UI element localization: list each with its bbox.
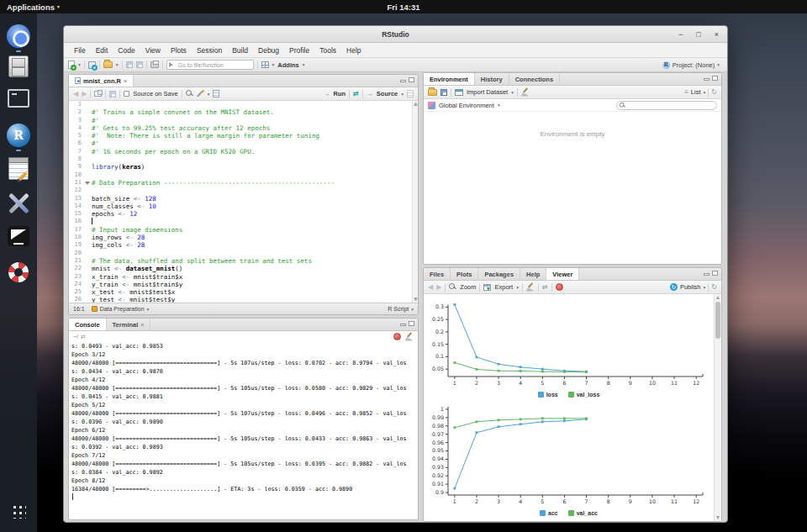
- scrollbar-thumb[interactable]: [715, 302, 720, 339]
- to-source-icon[interactable]: ⇄: [81, 334, 86, 340]
- maximize-pane-icon[interactable]: [409, 321, 414, 326]
- goto-file-search[interactable]: [166, 60, 254, 70]
- menu-build[interactable]: Build: [227, 43, 253, 58]
- chevron-down-icon[interactable]: ▾: [511, 90, 514, 95]
- tab-mnist-cnn[interactable]: mnist_cnn.R ×: [69, 75, 134, 87]
- tab-files[interactable]: Files: [424, 268, 451, 280]
- clear-environment-icon[interactable]: [521, 88, 530, 97]
- source-button[interactable]: Source: [377, 90, 398, 97]
- interrupt-r-icon[interactable]: [393, 333, 401, 340]
- chevron-down-icon[interactable]: ▾: [116, 62, 119, 67]
- menu-view[interactable]: View: [140, 43, 166, 58]
- tab-connections[interactable]: Connections: [509, 73, 560, 85]
- menu-plots[interactable]: Plots: [166, 43, 192, 58]
- chevron-down-icon[interactable]: ▾: [272, 62, 275, 67]
- close-tab-icon[interactable]: ×: [140, 322, 144, 328]
- import-dataset-button[interactable]: Import Dataset: [467, 88, 508, 96]
- minimize-pane-icon[interactable]: [704, 273, 709, 276]
- rstudio-icon[interactable]: R: [7, 124, 30, 147]
- open-new-window-icon[interactable]: [94, 91, 102, 97]
- section-selector[interactable]: Data Preparation ▾: [92, 306, 150, 312]
- new-file-icon[interactable]: [68, 61, 75, 69]
- tab-environment[interactable]: Environment: [424, 73, 475, 85]
- source-scrollbar[interactable]: [412, 101, 418, 303]
- refresh-icon[interactable]: ↻: [711, 89, 717, 96]
- text-editor-icon[interactable]: [8, 160, 29, 180]
- show-applications-icon[interactable]: [11, 503, 26, 519]
- rerun-icon[interactable]: ⇄: [353, 90, 359, 97]
- export-button[interactable]: Export: [494, 283, 513, 291]
- close-tab-icon[interactable]: ×: [124, 78, 127, 84]
- chevron-down-icon[interactable]: ▾: [704, 90, 706, 95]
- chevron-down-icon[interactable]: ▾: [401, 92, 404, 97]
- addins-button[interactable]: Addins: [277, 61, 298, 69]
- scroll-up-icon[interactable]: [716, 296, 720, 299]
- menu-debug[interactable]: Debug: [253, 43, 284, 58]
- project-selector[interactable]: R Project: (None) ▾: [662, 61, 723, 69]
- scroll-up-icon[interactable]: [414, 102, 418, 106]
- forward-icon[interactable]: ▶: [436, 284, 441, 291]
- find-replace-icon[interactable]: [186, 90, 193, 97]
- chevron-down-icon[interactable]: ▾: [303, 62, 305, 67]
- maximize-pane-icon[interactable]: [712, 76, 718, 81]
- menu-code[interactable]: Code: [113, 43, 140, 58]
- refresh-icon[interactable]: ↻: [711, 284, 717, 291]
- environment-search-input[interactable]: [616, 101, 717, 110]
- chevron-down-icon[interactable]: ▾: [498, 103, 500, 108]
- stop-icon[interactable]: [556, 283, 563, 291]
- minimize-pane-icon[interactable]: [400, 80, 406, 82]
- clear-viewer-icon[interactable]: [526, 283, 535, 292]
- save-icon[interactable]: [109, 91, 116, 97]
- save-workspace-icon[interactable]: [440, 89, 447, 96]
- tools-icon[interactable]: [7, 192, 30, 215]
- console-output[interactable]: s: 0.0493 - val_acc: 0.9853Epoch 3/12480…: [71, 342, 411, 518]
- sync-icon[interactable]: ⇄: [542, 284, 548, 291]
- scroll-down-icon[interactable]: [716, 516, 720, 519]
- code-tools-icon[interactable]: [197, 90, 204, 97]
- save-icon[interactable]: [126, 61, 133, 68]
- tab-viewer[interactable]: Viewer: [546, 268, 579, 280]
- scope-selector[interactable]: Global Environment: [439, 102, 494, 109]
- clock[interactable]: Fri 14:31: [387, 3, 419, 12]
- chevron-down-icon[interactable]: ▾: [78, 62, 81, 67]
- load-workspace-icon[interactable]: [428, 89, 437, 96]
- source-options-icon[interactable]: [407, 90, 414, 97]
- save-all-icon[interactable]: [136, 61, 143, 68]
- tab-terminal[interactable]: Terminal×: [107, 319, 151, 330]
- minimize-icon[interactable]: −: [678, 30, 683, 39]
- menu-help[interactable]: Help: [341, 43, 366, 58]
- fold-arrow-icon[interactable]: [85, 182, 90, 185]
- new-project-icon[interactable]: [88, 61, 96, 69]
- menu-file[interactable]: File: [69, 43, 91, 58]
- minimize-pane-icon[interactable]: [704, 78, 709, 81]
- help-icon[interactable]: [8, 262, 29, 282]
- terminal-icon[interactable]: [8, 89, 29, 108]
- tab-history[interactable]: History: [475, 73, 509, 85]
- minimize-pane-icon[interactable]: [400, 324, 406, 326]
- maximize-icon[interactable]: □: [696, 30, 700, 39]
- menu-profile[interactable]: Profile: [284, 43, 314, 58]
- goto-file-input[interactable]: [166, 60, 254, 70]
- close-icon[interactable]: ×: [715, 30, 719, 39]
- chromium-icon[interactable]: [7, 24, 30, 48]
- run-button[interactable]: Run: [334, 90, 346, 97]
- file-manager-icon[interactable]: [8, 55, 29, 77]
- applications-menu[interactable]: Applications ▾: [0, 3, 60, 12]
- menu-edit[interactable]: Edit: [91, 43, 113, 58]
- publish-button[interactable]: Publish: [680, 283, 701, 291]
- back-icon[interactable]: ◀: [73, 91, 78, 97]
- menu-tools[interactable]: Tools: [314, 43, 341, 58]
- tab-packages[interactable]: Packages: [478, 268, 520, 280]
- source-on-save-checkbox[interactable]: [124, 91, 129, 97]
- menu-session[interactable]: Session: [192, 43, 227, 58]
- zoom-button[interactable]: Zoom: [460, 283, 476, 291]
- forward-icon[interactable]: ▶: [82, 91, 87, 97]
- panes-layout-icon[interactable]: [261, 61, 269, 68]
- maximize-pane-icon[interactable]: [712, 271, 718, 276]
- print-icon[interactable]: [150, 61, 159, 68]
- remote-desktop-icon[interactable]: [8, 226, 29, 246]
- viewer-scrollbar[interactable]: [714, 294, 721, 521]
- back-icon[interactable]: ◀: [428, 284, 433, 291]
- open-file-icon[interactable]: [103, 61, 113, 68]
- tab-plots[interactable]: Plots: [451, 268, 478, 280]
